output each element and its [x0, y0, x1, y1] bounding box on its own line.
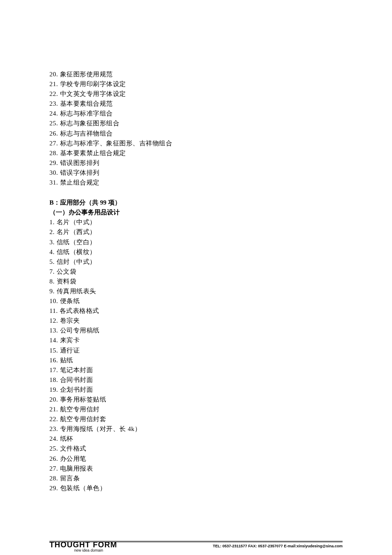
- list-item: 22. 中文英文专用字体设定: [49, 89, 392, 99]
- list-item: 20. 事务用标签贴纸: [49, 395, 392, 405]
- list-item: 29. 错误图形排列: [49, 158, 392, 168]
- list-item: 22. 航空专用信封套: [49, 414, 392, 424]
- list-item: 10. 便条纸: [49, 296, 392, 306]
- list-item: 11. 各式表格格式: [49, 306, 392, 316]
- footer-logo-block: THOUGHT FORM new idea domain: [49, 541, 117, 552]
- list-item: 4. 信纸（横纹）: [49, 247, 392, 257]
- list-item: 14. 来宾卡: [49, 335, 392, 345]
- list-item: 29. 包装纸（单色）: [49, 483, 392, 493]
- list-item: 23. 专用海报纸（对开、长 4k）: [49, 424, 392, 434]
- list-item: 3. 信纸（空白）: [49, 237, 392, 247]
- list-item: 2. 名片（西式）: [49, 227, 392, 237]
- list-item: 23. 基本要素组合规范: [49, 99, 392, 109]
- section-b-header: B：应用部分（共 99 项）: [49, 198, 392, 208]
- list-item: 24. 标志与标准字组合: [49, 109, 392, 119]
- list-item: 28. 基本要素禁止组合规定: [49, 148, 392, 158]
- list-item: 18. 合同书封面: [49, 375, 392, 385]
- list-item: 21. 航空专用信封: [49, 405, 392, 414]
- list-item: 17. 笔记本封面: [49, 365, 392, 375]
- list-item: 16. 贴纸: [49, 356, 392, 365]
- list-item: 28. 留言条: [49, 474, 392, 483]
- list-item: 30. 错误字体排列: [49, 168, 392, 178]
- list-item: 9. 传真用纸表头: [49, 286, 392, 296]
- list-item: 19. 企划书封面: [49, 385, 392, 395]
- list-item: 1. 名片（中式）: [49, 217, 392, 227]
- list-item: 26. 办公用笔: [49, 454, 392, 464]
- list-item: 5. 信封（中式）: [49, 257, 392, 267]
- list-item: 25. 文件格式: [49, 444, 392, 454]
- list-item: 20. 象征图形使用规范: [49, 69, 392, 79]
- list-top: 20. 象征图形使用规范21. 学校专用印刷字体设定22. 中文英文专用字体设定…: [49, 69, 392, 188]
- section-b-subheader: （一）办公事务用品设计: [49, 208, 392, 217]
- list-item: 15. 通行证: [49, 346, 392, 356]
- document-content: 20. 象征图形使用规范21. 学校专用印刷字体设定22. 中文英文专用字体设定…: [0, 0, 392, 493]
- list-item: 27. 标志与标准字、象征图形、吉祥物组合: [49, 139, 392, 148]
- page-footer: THOUGHT FORM new idea domain TEL: 0537-2…: [0, 541, 392, 552]
- list-bottom: 1. 名片（中式）2. 名片（西式）3. 信纸（空白）4. 信纸（横纹）5. 信…: [49, 217, 392, 493]
- list-item: 12. 卷宗夹: [49, 316, 392, 326]
- footer-contact: TEL: 0537-2311577 FAX: 0537-2357077 E-ma…: [213, 544, 343, 548]
- list-item: 25. 标志与象征图形组合: [49, 119, 392, 128]
- list-item: 31. 禁止组合规定: [49, 178, 392, 188]
- list-item: 7. 公文袋: [49, 267, 392, 277]
- list-item: 13. 公司专用稿纸: [49, 326, 392, 335]
- list-item: 27. 电脑用报表: [49, 464, 392, 474]
- list-item: 26. 标志与吉祥物组合: [49, 129, 392, 139]
- list-item: 24. 纸杯: [49, 434, 392, 444]
- list-item: 8. 资料袋: [49, 277, 392, 286]
- list-item: 21. 学校专用印刷字体设定: [49, 79, 392, 89]
